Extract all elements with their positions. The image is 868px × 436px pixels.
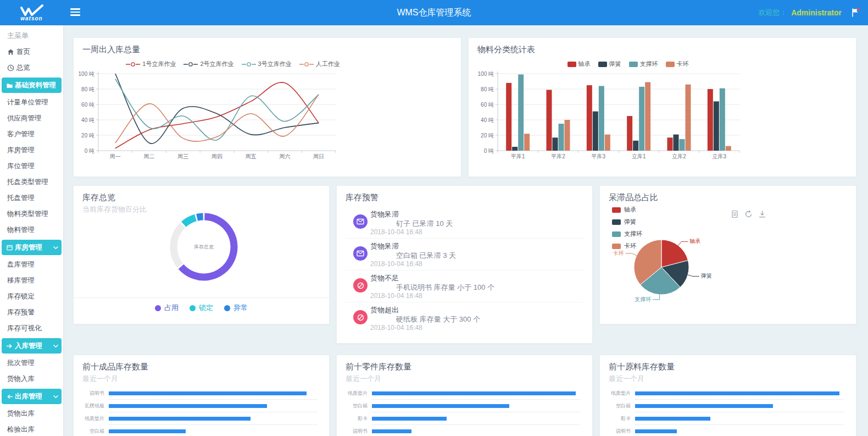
sidebar-item[interactable]: 批次管理 xyxy=(0,355,63,371)
hbar-bar xyxy=(372,391,576,395)
sidebar-item[interactable]: 库存可视化 xyxy=(0,321,63,336)
sidebar-item[interactable]: 库存锁定 xyxy=(0,289,63,305)
alert-title: 货物呆滞 xyxy=(370,209,399,219)
legend-item[interactable]: 弹簧 xyxy=(598,60,621,68)
mail-icon xyxy=(353,246,368,261)
legend-item[interactable]: 轴承 xyxy=(567,60,591,68)
sidebar-item[interactable]: 物料管理 xyxy=(0,222,63,238)
sidebar-group[interactable]: 库房管理 xyxy=(2,240,62,255)
pie-chart: 轴承弹簧支撑环卡环 xyxy=(600,235,787,324)
sidebar-item-label: 首页 xyxy=(16,47,30,57)
svg-text:立库1: 立库1 xyxy=(632,153,646,159)
svg-text:库存总览: 库存总览 xyxy=(194,244,214,250)
card-material-stats: 物料分类统计表 轴承弹簧支撑环卡环 0 吨20 吨40 吨60 吨80 吨100… xyxy=(468,37,856,177)
chevron-down-icon xyxy=(53,395,58,399)
home-icon xyxy=(7,48,14,56)
sidebar-item[interactable]: 总览 xyxy=(0,60,63,76)
hbar-label: 说明书 xyxy=(337,428,372,435)
legend-item[interactable]: 锁定 xyxy=(190,303,213,313)
legend-item[interactable]: 占用 xyxy=(155,303,179,313)
hbar-chart: 纸质垫片空白箱彩卡说明书 xyxy=(337,387,592,436)
sidebar-item[interactable]: 物料类型管理 xyxy=(0,206,63,222)
flag-icon xyxy=(850,8,860,18)
sidebar-item[interactable]: 库位管理 xyxy=(0,158,63,174)
hbar-label: 瓦楞纸板 xyxy=(74,402,109,410)
hbar-row: 说明书 xyxy=(74,387,329,399)
legend-label: 1号立库作业 xyxy=(142,60,176,68)
hbar-track xyxy=(109,417,317,421)
sidebar-item[interactable]: 托盘类型管理 xyxy=(0,174,63,190)
svg-text:平库2: 平库2 xyxy=(551,153,565,159)
notification-flag-icon[interactable] xyxy=(850,8,860,18)
sidebar-item[interactable]: 货物出库 xyxy=(0,406,63,422)
bar-chart-legend: 轴承弹簧支撑环卡环 xyxy=(480,60,776,68)
card-title: 前十成品库存数量 xyxy=(82,362,148,372)
alert-time: 2018-10-04 16:48 xyxy=(370,324,422,332)
top-header: watson WMS仓库管理系统 欢迎您： Administrator xyxy=(0,0,868,25)
hbar-row: 空白箱 xyxy=(74,425,329,436)
svg-text:卡环: 卡环 xyxy=(613,250,624,256)
svg-text:轴承: 轴承 xyxy=(689,238,700,244)
sidebar-item[interactable]: 库房管理 xyxy=(0,142,63,158)
card-inventory-alerts: 库存预警 货物呆滞钉子 已呆滞 10 天2018-10-04 16:48货物呆滞… xyxy=(336,185,593,344)
sidebar-item[interactable]: 首页 xyxy=(0,44,63,60)
svg-text:40 吨: 40 吨 xyxy=(481,117,494,123)
svg-text:周一: 周一 xyxy=(110,153,121,159)
legend-item[interactable]: 卡环 xyxy=(666,60,689,68)
sidebar-item[interactable]: 盘库管理 xyxy=(0,257,63,273)
legend-item[interactable]: 人工作业 xyxy=(299,60,340,68)
alert-desc: 硬纸板 库存量 大于 300 个 xyxy=(396,314,480,324)
card-subtitle: 最近一个月 xyxy=(82,374,118,384)
legend-item[interactable]: 弹簧 xyxy=(612,218,642,226)
folder-icon xyxy=(6,82,13,89)
sidebar-item[interactable]: 移库管理 xyxy=(0,273,63,289)
hbar-row: 空白箱 xyxy=(600,400,856,412)
hbar-track xyxy=(372,391,580,395)
sidebar-item[interactable]: 库存预警 xyxy=(0,305,63,321)
sidebar-item[interactable]: 供应商管理 xyxy=(0,111,63,126)
sidebar-item-label: 客户管理 xyxy=(7,130,35,139)
restore-icon[interactable] xyxy=(744,210,753,218)
svg-text:立库3: 立库3 xyxy=(713,153,727,159)
sidebar-item[interactable]: 检验出库 xyxy=(0,422,63,436)
svg-text:弹簧: 弹簧 xyxy=(701,273,712,279)
hbar-bar xyxy=(372,429,411,433)
page-title: WMS仓库管理系统 xyxy=(0,0,868,25)
sidebar-group[interactable]: 入库管理 xyxy=(2,338,62,354)
sidebar-item[interactable]: 客户管理 xyxy=(0,126,63,142)
hbar-track xyxy=(635,391,844,395)
sidebar-item[interactable]: 计量单位管理 xyxy=(0,95,63,111)
alert-icon xyxy=(353,278,368,292)
chevron-down-icon xyxy=(53,344,58,348)
svg-text:周五: 周五 xyxy=(246,153,257,159)
hbar-bar xyxy=(109,429,186,433)
sidebar-item-label: 货物出库 xyxy=(7,409,35,418)
sidebar-group[interactable]: 基础资料管理 xyxy=(2,78,62,93)
username[interactable]: Administrator xyxy=(791,8,842,17)
svg-text:周三: 周三 xyxy=(177,153,188,159)
legend-item[interactable]: 3号立库作业 xyxy=(242,60,292,68)
sidebar-heading: 主菜单 xyxy=(0,25,63,44)
hbar-row: 空白箱 xyxy=(337,400,592,412)
legend-item[interactable]: 异常 xyxy=(224,303,248,313)
hbar-label: 空白箱 xyxy=(74,428,109,435)
legend-item[interactable]: 支撑环 xyxy=(629,60,658,68)
legend-label: 支撑环 xyxy=(640,60,658,68)
sidebar-group[interactable]: 出库管理 xyxy=(2,389,62,404)
alert-time: 2018-10-04 16:48 xyxy=(370,260,422,268)
svg-text:0 吨: 0 吨 xyxy=(484,148,494,154)
sidebar-item-label: 库存可视化 xyxy=(7,324,42,333)
data-view-icon[interactable] xyxy=(731,210,739,218)
sidebar-item[interactable]: 托盘管理 xyxy=(0,190,63,206)
sidebar-item-label: 物料类型管理 xyxy=(7,209,48,219)
sidebar-item[interactable]: 货物入库 xyxy=(0,371,63,387)
sidebar-item-label: 计量单位管理 xyxy=(7,98,48,107)
alert-desc: 手机说明书 库存量 小于 100 个 xyxy=(396,283,494,292)
save-image-icon[interactable] xyxy=(758,210,766,218)
sidebar-item-label: 托盘管理 xyxy=(7,194,35,203)
outbound-icon xyxy=(6,393,13,400)
legend-item[interactable]: 1号立库作业 xyxy=(126,60,176,68)
legend-item[interactable]: 轴承 xyxy=(612,206,642,214)
legend-item[interactable]: 2号立库作业 xyxy=(183,60,233,68)
alert-title: 货物呆滞 xyxy=(370,241,399,251)
